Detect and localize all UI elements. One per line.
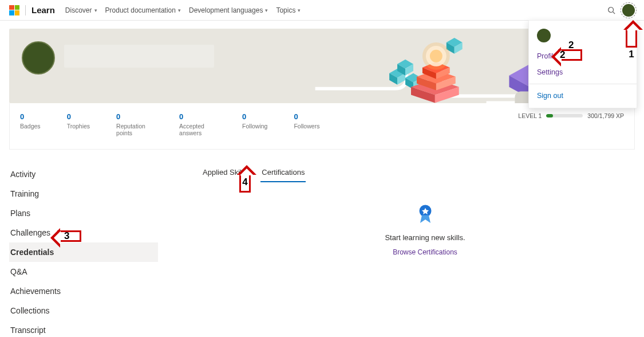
nav-discover[interactable]: Discover▾: [65, 6, 97, 14]
menu-item-settings[interactable]: Settings: [529, 64, 637, 80]
user-avatar-button[interactable]: [622, 4, 635, 17]
stat-accepted-answers[interactable]: 0Accepted answers: [179, 112, 216, 136]
sidebar-item-challenges[interactable]: Challenges: [9, 223, 158, 242]
user-menu-dropdown: Profile Settings Sign out: [528, 20, 637, 108]
stat-reputation[interactable]: 0Reputation points: [116, 112, 153, 136]
sidebar-item-credentials[interactable]: Credentials: [9, 242, 158, 262]
sidebar-item-activity[interactable]: Activity: [9, 164, 158, 184]
profile-name-placeholder: [64, 45, 214, 68]
sidebar-item-collections[interactable]: Collections: [9, 301, 158, 320]
sidebar-item-plans[interactable]: Plans: [9, 203, 158, 223]
chevron-down-icon: ▾: [94, 7, 97, 13]
subtab-applied-skills[interactable]: Applied Skills: [202, 164, 248, 182]
stat-followers[interactable]: 0Followers: [294, 112, 319, 130]
main-content: Applied Skills Certifications 4 Start le…: [181, 164, 635, 337]
sidebar-item-qa[interactable]: Q&A: [9, 262, 158, 281]
profile-avatar: [22, 41, 55, 75]
microsoft-logo-icon[interactable]: [9, 5, 19, 15]
stat-trophies[interactable]: 0Trophies: [67, 112, 90, 130]
search-icon[interactable]: [607, 6, 615, 14]
browse-certifications-link[interactable]: Browse Certifications: [393, 248, 457, 256]
ribbon-badge-icon: [415, 204, 436, 225]
menu-item-signout[interactable]: Sign out: [529, 88, 637, 108]
level-indicator: LEVEL 1 300/1,799 XP: [518, 112, 624, 119]
stat-following[interactable]: 0Following: [242, 112, 267, 130]
user-avatar-icon: [537, 29, 551, 42]
svg-point-0: [609, 7, 614, 12]
empty-state-message: Start learning new skills.: [215, 233, 635, 242]
credentials-subtabs: Applied Skills Certifications: [181, 164, 635, 182]
svg-point-29: [422, 42, 450, 70]
chevron-down-icon: ▾: [265, 7, 268, 13]
level-label: LEVEL 1: [518, 112, 542, 119]
top-nav: Discover▾ Product documentation▾ Develop…: [65, 6, 301, 14]
nav-development-languages[interactable]: Development languages▾: [189, 6, 268, 14]
chevron-down-icon: ▾: [298, 7, 301, 13]
certifications-empty-state: Start learning new skills. Browse Certif…: [215, 204, 635, 256]
sidebar-item-training[interactable]: Training: [9, 184, 158, 203]
sidebar-item-transcript[interactable]: Transcript: [9, 320, 158, 337]
nav-topics[interactable]: Topics▾: [276, 6, 301, 14]
svg-line-1: [613, 11, 615, 14]
global-header: Learn Discover▾ Product documentation▾ D…: [0, 0, 644, 21]
stats-row: 0Badges 0Trophies 0Reputation points 0Ac…: [9, 103, 635, 150]
xp-progress-bar: [546, 114, 583, 117]
stat-badges[interactable]: 0Badges: [20, 112, 41, 130]
nav-product-documentation[interactable]: Product documentation▾: [105, 6, 181, 14]
subtab-certifications[interactable]: Certifications: [260, 164, 306, 182]
logo-divider: [25, 5, 26, 15]
sidebar-item-achievements[interactable]: Achievements: [9, 281, 158, 301]
xp-text: 300/1,799 XP: [587, 112, 624, 119]
menu-divider: [529, 84, 637, 84]
profile-side-nav: Activity Training Plans Challenges Crede…: [9, 164, 158, 337]
chevron-down-icon: ▾: [178, 7, 181, 13]
brand-title[interactable]: Learn: [31, 5, 55, 15]
menu-item-profile[interactable]: Profile: [529, 48, 637, 64]
